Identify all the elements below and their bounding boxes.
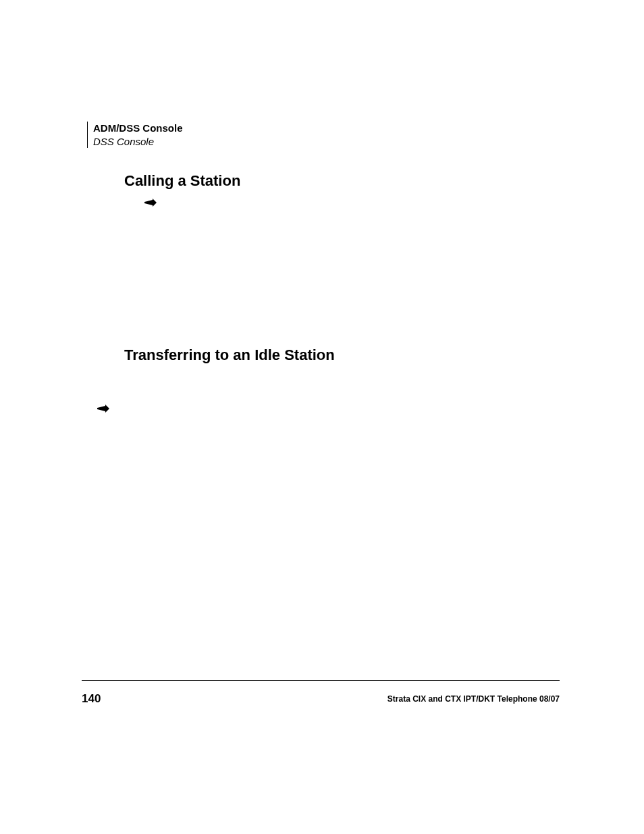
document-page: ADM/DSS Console DSS Console Calling a St… bbox=[0, 0, 644, 834]
section-heading-calling: Calling a Station bbox=[124, 172, 240, 190]
header-section: DSS Console bbox=[93, 135, 183, 149]
page-header: ADM/DSS Console DSS Console bbox=[87, 122, 183, 148]
section-heading-transferring: Transferring to an Idle Station bbox=[124, 346, 335, 364]
footer-doc-title: Strata CIX and CTX IPT/DKT Telephone 08/… bbox=[387, 694, 560, 704]
bullet-arrow-icon bbox=[97, 403, 109, 415]
page-number: 140 bbox=[82, 692, 101, 706]
bullet-arrow-icon bbox=[144, 197, 157, 209]
header-chapter: ADM/DSS Console bbox=[93, 122, 183, 135]
footer-rule bbox=[82, 680, 560, 681]
